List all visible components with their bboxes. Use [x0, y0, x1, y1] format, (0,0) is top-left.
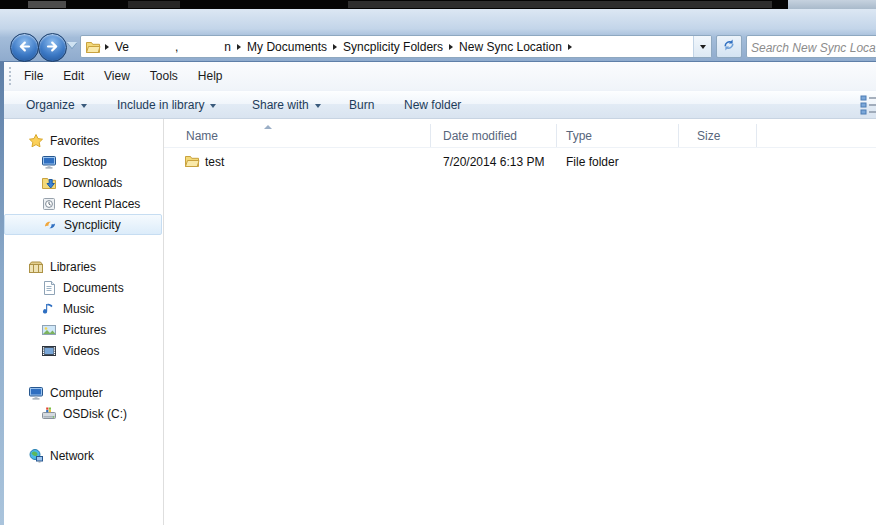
arrow-left-icon — [17, 39, 32, 57]
sidebar-label: Desktop — [63, 155, 107, 169]
column-separator[interactable] — [556, 124, 557, 147]
recent-pages-chevron-icon[interactable] — [67, 42, 77, 48]
clock-sheet-icon — [41, 196, 57, 212]
new-folder-label: New folder — [404, 98, 461, 112]
sidebar-item-osdisk-c[interactable]: OSDisk (C:) — [4, 403, 163, 424]
title-bar — [0, 0, 876, 9]
sidebar-section-favorites[interactable]: Favorites — [4, 130, 163, 151]
share-with-label: Share with — [252, 98, 309, 112]
burn-button[interactable]: Burn — [349, 91, 374, 118]
user-folder-prefix: Ve — [115, 40, 129, 54]
library-folder-icon — [28, 259, 44, 275]
sidebar-item-music[interactable]: Music — [4, 298, 163, 319]
monitor-icon — [28, 385, 44, 401]
organize-button[interactable]: Organize — [26, 91, 87, 118]
music-note-icon — [41, 301, 57, 317]
refresh-button[interactable] — [716, 35, 742, 58]
navigation-band: Ve,n My Documents Syncplicity Folders Ne… — [0, 9, 876, 62]
sidebar-item-documents[interactable]: Documents — [4, 277, 163, 298]
column-header-type[interactable]: Type — [566, 124, 592, 147]
title-bar-segment — [128, 1, 180, 8]
menu-help[interactable]: Help — [188, 69, 233, 83]
sidebar-item-syncplicity[interactable]: Syncplicity — [4, 214, 162, 235]
document-icon — [41, 280, 57, 296]
search-input[interactable] — [749, 37, 876, 58]
sidebar-section-network[interactable]: Network — [4, 445, 163, 466]
menu-tools[interactable]: Tools — [140, 69, 188, 83]
chevron-down-icon — [700, 45, 706, 49]
sidebar-label: Music — [63, 302, 94, 316]
sidebar-label: Favorites — [50, 134, 99, 148]
hard-drive-windows-icon — [41, 406, 57, 422]
column-headers: Name Date modified Type Size — [164, 124, 876, 148]
include-in-library-label: Include in library — [117, 98, 204, 112]
sidebar-label: OSDisk (C:) — [63, 407, 127, 421]
sidebar-label: Downloads — [63, 176, 122, 190]
breadcrumb-syncplicity-folders[interactable]: Syncplicity Folders — [339, 40, 447, 54]
new-folder-button[interactable]: New folder — [404, 91, 461, 118]
sidebar-label: Documents — [63, 281, 124, 295]
column-header-name[interactable]: Name — [186, 124, 218, 147]
file-type: File folder — [566, 151, 619, 172]
redaction-box — [129, 41, 175, 53]
change-view-button[interactable] — [860, 95, 876, 115]
sidebar-item-videos[interactable]: Videos — [4, 340, 163, 361]
arrow-right-icon — [45, 39, 60, 57]
title-bar-segment — [28, 1, 66, 8]
sidebar-item-pictures[interactable]: Pictures — [4, 319, 163, 340]
menu-file[interactable]: File — [14, 69, 53, 83]
sidebar-item-recent-places[interactable]: Recent Places — [4, 193, 163, 214]
column-header-date-modified[interactable]: Date modified — [443, 124, 517, 147]
star-icon — [28, 133, 44, 149]
burn-label: Burn — [349, 98, 374, 112]
sidebar-label: Network — [50, 449, 94, 463]
share-with-button[interactable]: Share with — [252, 91, 321, 118]
breadcrumb-arrow-icon — [568, 44, 572, 50]
chevron-down-icon — [81, 104, 87, 108]
breadcrumb-arrow-icon — [105, 44, 109, 50]
address-bar[interactable]: Ve,n My Documents Syncplicity Folders Ne… — [80, 35, 712, 58]
address-dropdown-button[interactable] — [693, 36, 711, 57]
breadcrumb-arrow-icon — [333, 44, 337, 50]
folder-down-arrow-icon — [41, 175, 57, 191]
menu-edit[interactable]: Edit — [53, 69, 94, 83]
sidebar-label: Pictures — [63, 323, 106, 337]
column-header-size[interactable]: Size — [697, 124, 720, 147]
command-bar: Organize Include in library Share with B… — [4, 90, 876, 119]
sidebar-label: Videos — [63, 344, 99, 358]
chevron-down-icon — [210, 104, 216, 108]
menu-view[interactable]: View — [94, 69, 140, 83]
sort-ascending-icon — [264, 125, 272, 129]
sidebar-item-downloads[interactable]: Downloads — [4, 172, 163, 193]
forward-button[interactable] — [38, 33, 67, 62]
search-box — [746, 35, 876, 58]
chevron-down-icon — [315, 104, 321, 108]
include-in-library-button[interactable]: Include in library — [117, 91, 216, 118]
explorer-window: Ve,n My Documents Syncplicity Folders Ne… — [0, 0, 876, 525]
column-separator[interactable] — [678, 124, 679, 147]
sidebar-gap — [4, 424, 163, 445]
navigation-pane: Favorites Desktop Downloads Recent Place… — [4, 119, 163, 525]
column-separator[interactable] — [756, 124, 757, 147]
breadcrumb-new-sync-location[interactable]: New Sync Location — [455, 40, 566, 54]
sidebar-section-libraries[interactable]: Libraries — [4, 256, 163, 277]
sidebar-gap — [4, 361, 163, 382]
back-button[interactable] — [10, 33, 39, 62]
sidebar-item-desktop[interactable]: Desktop — [4, 151, 163, 172]
refresh-icon — [721, 37, 737, 56]
monitor-icon — [41, 154, 57, 170]
breadcrumb-my-documents[interactable]: My Documents — [243, 40, 331, 54]
file-name: test — [205, 151, 224, 172]
column-separator[interactable] — [430, 124, 431, 147]
sidebar-label: Libraries — [50, 260, 96, 274]
title-bar-right — [788, 0, 876, 9]
breadcrumb-user-folder[interactable]: Ve,n — [111, 40, 235, 54]
sidebar-section-computer[interactable]: Computer — [4, 382, 163, 403]
file-row-test[interactable]: test 7/20/2014 6:13 PM File folder — [164, 151, 876, 172]
sidebar-label: Syncplicity — [64, 218, 121, 232]
filmstrip-icon — [41, 343, 57, 359]
redaction-box — [178, 41, 224, 53]
breadcrumb-arrow-icon — [449, 44, 453, 50]
sidebar-label: Computer — [50, 386, 103, 400]
change-view-icon — [860, 104, 876, 118]
